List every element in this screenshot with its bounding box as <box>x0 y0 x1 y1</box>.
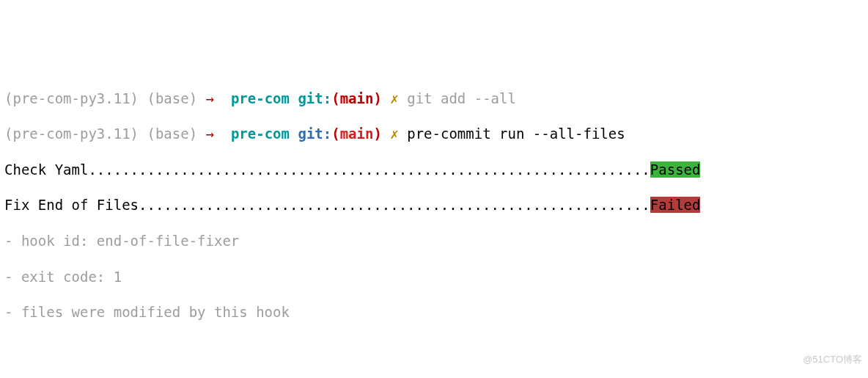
prompt-line-1: (pre-com-py3.11) (base) → pre-com git:(m… <box>4 125 864 142</box>
status-failed: Failed <box>650 197 701 213</box>
fixing-line-1: Fixing .pre-commit-config.yaml <box>4 375 864 378</box>
fixing-file: .pre-commit-config.yaml <box>63 376 256 378</box>
hook-name: Check Yaml <box>4 161 88 178</box>
detail-modified: - files were modified by this hook <box>4 303 864 321</box>
dots: ........................................… <box>88 161 650 178</box>
git-label: git: <box>298 126 331 142</box>
top-cut-line: (pre-com-py3.11) (base) → pre-com git:(m… <box>4 90 864 107</box>
watermark: @51CTO博客 <box>803 354 862 366</box>
git-main: (main) <box>331 90 382 106</box>
arrow-icon: → <box>206 126 214 142</box>
dots: ........................................… <box>139 197 650 213</box>
dirty-icon: ✗ <box>390 126 398 142</box>
hook-name: Fix End of Files <box>4 197 139 213</box>
hook-line-check-yaml: Check Yaml..............................… <box>4 161 864 178</box>
blank-line <box>4 339 864 357</box>
paren-open: ( <box>331 126 339 142</box>
prompt-dir: pre-com <box>231 126 290 142</box>
paren-close: ) <box>373 126 381 142</box>
detail-hook-id: - hook id: end-of-file-fixer <box>4 232 864 250</box>
arrow-icon: → <box>206 90 214 106</box>
prompt-env: (pre-com-py3.11) (base) <box>4 90 197 106</box>
status-passed: Passed <box>650 161 701 178</box>
cmd-frag: git add --all <box>407 90 516 106</box>
command-text: pre-commit run --all-files <box>407 126 625 142</box>
terminal-output[interactable]: (pre-com-py3.11) (base) → pre-com git:(m… <box>4 71 864 378</box>
prompt-dir: pre-com git: <box>231 90 331 106</box>
detail-exit-code: - exit code: 1 <box>4 268 864 286</box>
fixing-prefix: Fixing <box>4 376 63 378</box>
dirty-icon: ✗ <box>390 90 398 106</box>
prompt-env: (pre-com-py3.11) (base) <box>4 126 197 142</box>
hook-line-eof: Fix End of Files........................… <box>4 196 864 214</box>
git-branch: main <box>340 126 374 142</box>
